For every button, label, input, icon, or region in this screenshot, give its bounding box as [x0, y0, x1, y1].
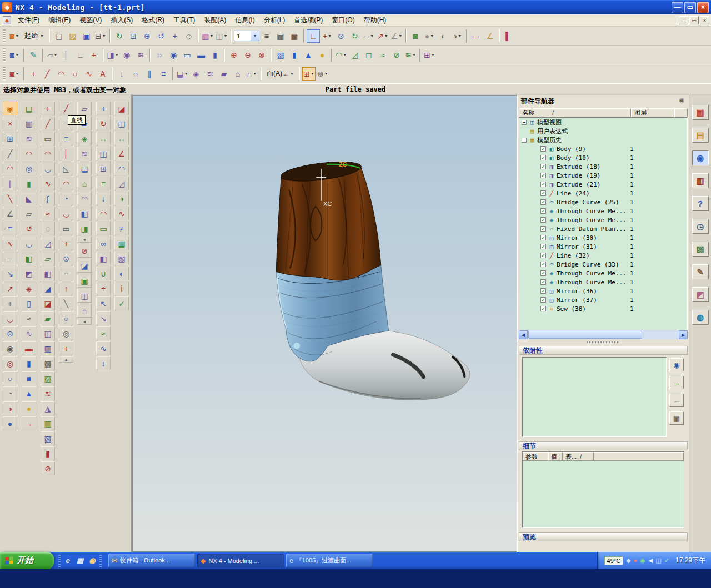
point-snap-button[interactable]: ◉: [3, 341, 17, 355]
process-notes-button[interactable]: ✎: [692, 264, 709, 279]
tree-row[interactable]: ✓▱Fixed Datum Plan...1: [519, 224, 687, 233]
corner-face-button[interactable]: ◩: [22, 267, 36, 280]
antivirus-tray-icon[interactable]: ●: [634, 557, 638, 564]
quilt-surface-button[interactable]: ▨: [41, 371, 55, 385]
sheet-surface-button[interactable]: ▱: [41, 252, 55, 265]
line-tool-button[interactable]: ╱: [41, 117, 55, 130]
wcs-rotate-button[interactable]: ↻: [348, 29, 362, 43]
tree-row[interactable]: +◫模型视图: [519, 118, 687, 127]
dependencies-back-button[interactable]: ←: [669, 394, 684, 407]
multi-line-button[interactable]: ≡: [59, 132, 73, 145]
trim-a-button[interactable]: ⊘: [77, 244, 92, 258]
offset-curve-button[interactable]: ≡: [157, 67, 170, 81]
gem-face-button[interactable]: ◈: [22, 282, 36, 295]
details-column-3[interactable]: 表.../: [563, 452, 594, 461]
wireframe-view-button[interactable]: ◫▼: [215, 29, 228, 43]
rect-sketch-button[interactable]: ▭: [59, 222, 73, 235]
arch-face-button[interactable]: ◠: [22, 147, 36, 160]
scroll-left-button[interactable]: ◀: [519, 330, 528, 339]
link-object-button[interactable]: ∞: [96, 237, 111, 250]
user-groups-button[interactable]: ◩: [692, 287, 709, 302]
tree-row[interactable]: ✓◨Extrude (19)1: [519, 171, 687, 180]
subtract-boolean-button[interactable]: ⊖: [241, 48, 254, 62]
pattern-feature-button[interactable]: ⊞▼: [423, 48, 436, 62]
menu-item[interactable]: 首选项(P): [289, 14, 327, 26]
wcs-origin-button[interactable]: ⊙: [334, 29, 348, 43]
sketch-tool-button[interactable]: ✎: [27, 48, 40, 62]
project-object-button[interactable]: ↓: [96, 192, 111, 205]
feature-checkbox[interactable]: ✓: [540, 182, 546, 187]
wedge-face-button[interactable]: ◣: [22, 192, 36, 205]
datum-csys-button[interactable]: ∟: [73, 48, 87, 62]
blue-cube-button[interactable]: ■: [22, 371, 36, 385]
sphere-env-button[interactable]: ●▼: [423, 29, 436, 43]
quick-launch-handle[interactable]: [99, 555, 102, 567]
plate-face-button[interactable]: ▱: [22, 207, 36, 220]
panel-splitter[interactable]: [519, 340, 688, 344]
through-curves-button[interactable]: ▤▼: [176, 67, 189, 81]
tree-expander[interactable]: -: [522, 138, 527, 143]
feature-checkbox[interactable]: ✓: [540, 262, 546, 267]
grid-analysis-button[interactable]: ▦: [114, 237, 129, 250]
tube-face-button[interactable]: ◎: [22, 162, 36, 175]
section-curve-button[interactable]: ∥: [143, 67, 156, 81]
network-tray-icon[interactable]: ◫: [655, 557, 661, 564]
datum-plane-button[interactable]: ▱▼: [46, 48, 59, 62]
mesh-surface-button[interactable]: ▩: [41, 356, 55, 370]
material-tool-button[interactable]: ◐: [437, 29, 450, 43]
cross-snap-button[interactable]: ×: [3, 117, 17, 130]
slant-snap-button[interactable]: ╱: [3, 147, 17, 160]
menu-item[interactable]: 文件(F): [13, 14, 44, 26]
swept-surface-button[interactable]: ≋: [203, 67, 217, 81]
dependencies-section-header[interactable]: 依附性: [519, 346, 688, 355]
circle-curve-button[interactable]: ○: [68, 67, 82, 81]
menu-item[interactable]: 帮助(H): [359, 14, 391, 26]
n-sided-surface-button[interactable]: ⌂: [231, 67, 244, 81]
tree-row[interactable]: ✓◈Through Curve Me...1: [519, 215, 687, 224]
blue-cone-button[interactable]: ▲: [22, 386, 36, 400]
spline-snap-button[interactable]: ∿: [3, 237, 17, 250]
panel-surface-button[interactable]: ▦: [41, 341, 55, 355]
dashed-curve-tool-button[interactable]: ◌: [41, 222, 55, 235]
web-surface-button[interactable]: ▧: [41, 431, 55, 445]
yellow-sphere-button[interactable]: ●: [22, 401, 36, 415]
blue-cylinder-button[interactable]: ▮: [22, 356, 36, 370]
point-curve-button[interactable]: +: [27, 67, 40, 81]
constraint-navigator-button[interactable]: ▤: [692, 128, 709, 143]
bend-face-button[interactable]: ◡: [22, 237, 36, 250]
wcs-dynamics-button[interactable]: +▼: [321, 29, 334, 43]
pan-view-button[interactable]: +: [168, 29, 182, 43]
slant-line-button[interactable]: ╲: [59, 296, 73, 310]
wrap-object-button[interactable]: ◠: [96, 207, 111, 220]
collapse-up-button[interactable]: ▴: [59, 356, 73, 363]
hole-feature-button[interactable]: ○: [153, 48, 166, 62]
zoom-view-button[interactable]: ⊕: [141, 29, 154, 43]
arc-curve-button[interactable]: ◠: [54, 67, 68, 81]
constraint-box-button[interactable]: ⊞▼: [302, 67, 316, 81]
circle-snap-button[interactable]: ○: [3, 371, 17, 385]
shrink-object-button[interactable]: ↘: [96, 311, 111, 325]
draft-analysis-button[interactable]: ◿: [114, 177, 129, 190]
thread-feature-button[interactable]: ≈: [376, 48, 389, 62]
pocket-feature-button[interactable]: ▭: [181, 48, 194, 62]
dependencies-search-button[interactable]: ◉: [669, 358, 684, 371]
tree-row[interactable]: ✓◫Mirror (31)1: [519, 242, 687, 251]
tree-row[interactable]: ✓╱Line (24)1: [519, 189, 687, 198]
ruled-a-button[interactable]: ▤: [77, 162, 92, 175]
tree-row[interactable]: -▦模型历史: [519, 135, 687, 144]
rib-surface-button[interactable]: ▥: [41, 416, 55, 430]
sew-feature-button[interactable]: ≋▼: [404, 48, 417, 62]
sphere-primitive-button[interactable]: ●: [316, 48, 329, 62]
layer-category-button[interactable]: ▦: [288, 29, 301, 43]
through-curve-mesh-button[interactable]: ◈: [189, 67, 203, 81]
trim-feature-button[interactable]: ⊘: [390, 48, 403, 62]
dependencies-grid-button[interactable]: ▦: [669, 411, 684, 425]
swirl-face-button[interactable]: ↺: [22, 222, 36, 235]
sweep-feature-button[interactable]: ≋: [134, 48, 147, 62]
feature-checkbox[interactable]: ✓: [540, 155, 546, 160]
project-curve-button[interactable]: ↓: [115, 67, 128, 81]
toolbar-drag-handle[interactable]: [3, 67, 6, 81]
feature-checkbox[interactable]: ✓: [540, 279, 546, 285]
check-analysis-button[interactable]: ✓: [114, 296, 129, 310]
coil-face-button[interactable]: ≈: [22, 311, 36, 325]
